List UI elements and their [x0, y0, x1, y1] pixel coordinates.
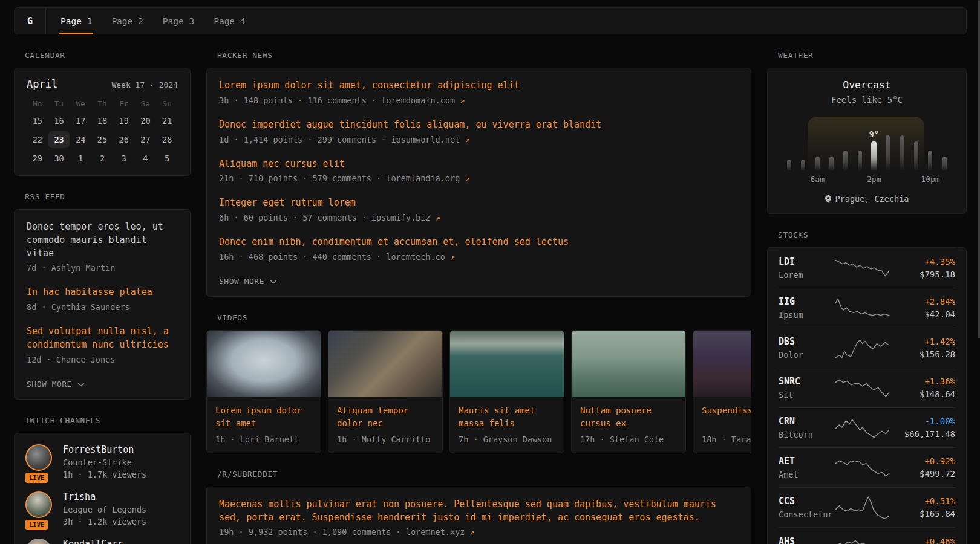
video-meta: 1h · Lori Barnett	[215, 435, 312, 444]
external-link-icon[interactable]: ↗	[465, 173, 469, 183]
stock-row[interactable]: DBS Dolor +1.42% $156.28	[779, 328, 955, 368]
rss-item-meta: 12d · Chance Jones	[27, 355, 178, 364]
twitch-channel-row[interactable]: LIVE Trisha League of Legends 3h · 1.2k …	[25, 491, 179, 526]
video-title[interactable]: Suspendisse diam	[702, 404, 751, 431]
stock-sparkline	[835, 495, 893, 519]
calendar-day: 27	[135, 131, 157, 148]
hackernews-item-meta: 21h · 710 points · 579 comments · loreml…	[219, 173, 739, 183]
video-card[interactable]: Aliquam tempor dolor nec pharetra… 1h · …	[328, 330, 443, 453]
video-card[interactable]: Lorem ipsum dolor sit amet consectetu… 1…	[206, 330, 321, 453]
hackernews-item-title[interactable]: Donec imperdiet augue tincidunt felis al…	[219, 118, 739, 132]
twitch-channel-name[interactable]: KendallCarr	[63, 539, 123, 544]
weather-bar	[871, 141, 877, 171]
calendar-day: 4	[135, 150, 157, 167]
video-thumbnail[interactable]	[693, 331, 751, 397]
video-thumbnail[interactable]	[450, 331, 564, 397]
calendar-day: 3	[113, 150, 135, 167]
external-link-icon[interactable]: ↗	[460, 96, 465, 105]
rss-item-title[interactable]: Sed volutpat nulla nisl, a condimentum n…	[27, 325, 178, 352]
hackernews-item-title[interactable]: Lorem ipsum dolor sit amet, consectetur …	[219, 79, 739, 92]
weather-bar-slot: 9°	[867, 113, 881, 171]
rss-item-title[interactable]: Donec tempor eros leo, ut commodo mauris…	[27, 221, 178, 260]
hackernews-item-title[interactable]: Integer eget rutrum lorem	[219, 196, 739, 210]
twitch-channel-game: League of Legends	[63, 505, 146, 514]
hackernews-section: HACKER NEWS Lorem ipsum dolor sit amet, …	[206, 51, 751, 297]
twitch-avatar-wrap: LIVE	[25, 491, 53, 526]
hackernews-item-meta-text: 3h · 148 points · 116 comments · loremdo…	[219, 96, 455, 105]
middle-column: HACKER NEWS Lorem ipsum dolor sit amet, …	[206, 51, 751, 544]
weather-bar	[787, 160, 791, 171]
weather-bar	[928, 151, 932, 171]
rss-show-more-button[interactable]: SHOW MORE	[27, 380, 85, 389]
video-thumbnail[interactable]	[572, 331, 685, 397]
hackernews-item-title[interactable]: Aliquam nec cursus elit	[219, 158, 739, 171]
stock-row[interactable]: IIG Ipsum +2.84% $42.04	[779, 288, 955, 328]
calendar-weekday: Sa	[135, 97, 157, 111]
twitch-channel-row[interactable]: LIVE KendallCarr	[25, 539, 179, 544]
twitch-avatar-wrap: LIVE	[25, 539, 53, 544]
weather-current-temp-label: 9°	[869, 129, 879, 139]
weather-bar	[886, 135, 890, 171]
stock-name: Dolor	[779, 350, 835, 360]
nav-tab[interactable]: Page 3	[162, 8, 195, 34]
subreddit-post-title[interactable]: Maecenas mollis pulvinar erat non posuer…	[219, 498, 739, 525]
twitch-channel-info: Trisha League of Legends 3h · 1.2k viewe…	[63, 491, 146, 526]
video-card[interactable]: Nullam posuere cursus ex 17h · Stefan Co…	[571, 330, 686, 453]
stock-row[interactable]: AET Amet +0.92% $499.72	[779, 447, 955, 487]
video-card[interactable]: Suspendisse diam 18h · Tara	[693, 330, 751, 453]
stock-row[interactable]: SNRC Sit +1.36% $148.64	[779, 368, 955, 407]
stock-ticker: CCS	[779, 496, 835, 507]
videos-section-label: VIDEOS	[217, 313, 751, 322]
weather-feels-like: Feels like 5°C	[780, 95, 954, 105]
left-column: CALENDAR April Week 17 · 2024 Mo Tu We	[14, 51, 191, 544]
stock-row[interactable]: CCS Consectetur +0.51% $165.84	[779, 487, 955, 527]
video-card-body: Mauris sit amet massa felis 7h · Grayson…	[450, 397, 564, 453]
hackernews-item-title[interactable]: Donec enim nibh, condimentum et accumsan…	[219, 236, 739, 249]
video-title[interactable]: Nullam posuere cursus ex	[580, 404, 677, 431]
external-link-icon[interactable]: ↗	[470, 527, 475, 537]
stock-row[interactable]: AHS +0.46%	[779, 527, 955, 544]
hackernews-item: Donec imperdiet augue tincidunt felis al…	[219, 118, 739, 144]
stock-change-percent: +2.84%	[893, 297, 955, 306]
calendar-section: CALENDAR April Week 17 · 2024 Mo Tu We	[14, 51, 191, 176]
twitch-channel-name[interactable]: Trisha	[63, 491, 146, 502]
rss-item-title[interactable]: In hac habitasse platea	[27, 286, 178, 299]
stock-ticker: CRN	[779, 416, 835, 427]
twitch-channel-name[interactable]: ForrestBurton	[63, 444, 146, 455]
nav-tab[interactable]: Page 1	[59, 8, 93, 34]
stock-price: $42.04	[893, 309, 955, 319]
calendar-day: 20	[135, 112, 157, 129]
app-logo[interactable]: G	[15, 8, 46, 34]
weather-bar-slot	[838, 113, 852, 171]
video-meta: 18h · Tara	[702, 435, 751, 444]
video-title[interactable]: Aliquam tempor dolor nec pharetra…	[337, 404, 434, 431]
nav-tab-label: Page 3	[163, 16, 194, 26]
video-title[interactable]: Mauris sit amet massa felis	[459, 404, 555, 431]
content-columns: CALENDAR April Week 17 · 2024 Mo Tu We	[14, 51, 967, 544]
subreddit-post: Maecenas mollis pulvinar erat non posuer…	[219, 498, 739, 537]
nav-tab[interactable]: Page 2	[110, 8, 144, 34]
hackernews-show-more-button[interactable]: SHOW MORE	[219, 277, 277, 286]
weather-bar	[815, 157, 820, 171]
page-scrollbar[interactable]	[978, 0, 980, 338]
rss-item-meta: 8d · Cynthia Saunders	[27, 302, 178, 312]
external-link-icon[interactable]: ↗	[436, 213, 440, 222]
weather-hourly-chart: 9°	[782, 113, 952, 171]
stock-row[interactable]: LDI Lorem +4.35% $795.18	[779, 248, 955, 288]
hackernews-item-meta-text: 1d · 1,414 points · 299 comments · ipsum…	[219, 135, 460, 144]
stock-price: $499.72	[893, 469, 955, 479]
video-thumbnail[interactable]	[328, 331, 442, 397]
video-thumbnail[interactable]	[207, 331, 321, 397]
stock-change-percent: +0.51%	[893, 496, 955, 506]
nav-tab[interactable]: Page 4	[212, 8, 246, 34]
external-link-icon[interactable]: ↗	[450, 252, 455, 262]
video-card[interactable]: Mauris sit amet massa felis 7h · Grayson…	[449, 330, 564, 453]
stock-row[interactable]: CRN Bitcorn -1.00% $66,171.48	[779, 407, 955, 447]
top-nav: G Page 1 Page 2 Page 3 Page 4	[14, 7, 967, 34]
twitch-channel-row[interactable]: LIVE ForrestBurton Counter-Strike 1h · 1…	[25, 444, 179, 479]
chevron-down-icon	[77, 382, 85, 387]
video-title[interactable]: Lorem ipsum dolor sit amet consectetu…	[215, 404, 312, 431]
calendar-weekday: Mo	[27, 97, 48, 111]
external-link-icon[interactable]: ↗	[465, 135, 469, 144]
live-badge: LIVE	[24, 518, 50, 532]
